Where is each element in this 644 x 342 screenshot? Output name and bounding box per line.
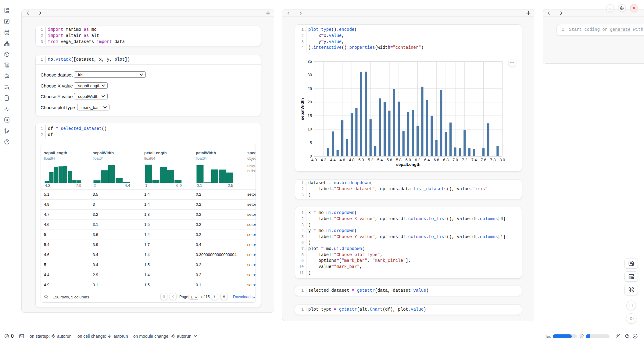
svg-text:4.8: 4.8: [349, 158, 354, 162]
svg-text:4.0: 4.0: [311, 158, 317, 162]
svg-text:sepalWidth: sepalWidth: [300, 98, 305, 120]
svg-text:10: 10: [308, 127, 312, 131]
svg-text:4.4: 4.4: [330, 158, 336, 162]
svg-text:6.2: 6.2: [415, 158, 420, 162]
svg-text:35: 35: [308, 59, 312, 64]
svg-text:sepalLength: sepalLength: [396, 162, 420, 167]
svg-text:5.2: 5.2: [368, 158, 373, 162]
svg-text:5.0: 5.0: [358, 158, 364, 162]
svg-text:4.6: 4.6: [340, 158, 345, 162]
svg-text:6.8: 6.8: [443, 158, 449, 162]
svg-text:25: 25: [308, 86, 312, 91]
svg-text:8.0: 8.0: [499, 158, 505, 162]
svg-text:5: 5: [310, 141, 312, 145]
svg-text:4.2: 4.2: [321, 158, 326, 162]
svg-text:20: 20: [308, 100, 312, 104]
svg-text:7.0: 7.0: [453, 158, 458, 162]
svg-text:7.8: 7.8: [490, 158, 496, 162]
svg-text:7.2: 7.2: [462, 158, 467, 162]
svg-text:6.6: 6.6: [434, 158, 439, 162]
svg-text:6.0: 6.0: [406, 158, 411, 162]
svg-text:5.4: 5.4: [377, 158, 383, 162]
svg-text:30: 30: [308, 73, 312, 77]
svg-text:7.4: 7.4: [471, 158, 477, 162]
svg-text:5.8: 5.8: [396, 158, 402, 162]
svg-text:15: 15: [308, 113, 312, 118]
svg-text:6.4: 6.4: [424, 158, 430, 162]
svg-text:5.6: 5.6: [387, 158, 392, 162]
svg-text:7.6: 7.6: [481, 158, 486, 162]
